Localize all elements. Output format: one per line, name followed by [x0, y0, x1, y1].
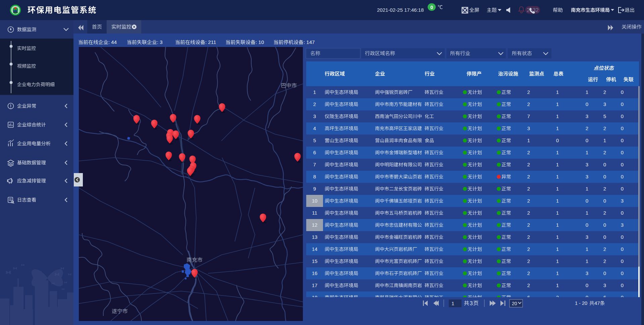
svg-text:0: 0: [621, 89, 624, 95]
svg-text:1: 1: [556, 125, 559, 131]
svg-text:0: 0: [621, 125, 624, 131]
svg-text:2: 2: [527, 198, 530, 204]
svg-text:0: 0: [621, 258, 624, 264]
svg-text:1: 1: [556, 150, 559, 155]
svg-text:1: 1: [586, 89, 588, 95]
svg-text:2: 2: [603, 89, 606, 95]
svg-text:3: 3: [586, 270, 588, 276]
svg-text:3: 3: [586, 234, 588, 240]
svg-text:2: 2: [313, 101, 316, 107]
svg-text:3: 3: [603, 101, 606, 107]
svg-text:2: 2: [603, 258, 606, 264]
svg-text:3: 3: [527, 125, 530, 131]
svg-text:2: 2: [603, 210, 606, 216]
svg-text:1: 1: [313, 89, 316, 95]
svg-text:0: 0: [621, 174, 624, 179]
svg-text:20: 20: [512, 301, 517, 306]
svg-text:2: 2: [527, 174, 530, 179]
svg-text:16: 16: [312, 270, 318, 276]
svg-text:2: 2: [527, 222, 530, 228]
svg-text:2: 2: [527, 162, 530, 167]
svg-text:0: 0: [586, 101, 588, 107]
svg-text:1: 1: [556, 234, 559, 240]
svg-text:6: 6: [313, 150, 316, 155]
svg-text:0: 0: [603, 270, 606, 276]
svg-text:7: 7: [313, 162, 316, 167]
svg-text:10: 10: [312, 198, 318, 204]
svg-text:17: 17: [312, 282, 318, 288]
svg-text:1: 1: [603, 138, 606, 143]
svg-text:: 44: : 44: [108, 39, 117, 45]
svg-text:0: 0: [586, 138, 588, 143]
svg-text:1: 1: [556, 101, 559, 107]
svg-text:2: 2: [527, 234, 530, 240]
svg-text:0: 0: [621, 138, 624, 143]
svg-text:1: 1: [556, 174, 559, 179]
svg-text:1: 1: [556, 246, 559, 252]
svg-text:8: 8: [313, 174, 316, 179]
svg-text:5: 5: [313, 138, 316, 143]
svg-text:0: 0: [621, 282, 624, 288]
svg-text:1: 1: [586, 186, 588, 192]
svg-text:0: 0: [586, 222, 588, 228]
svg-text:12: 12: [312, 222, 318, 228]
svg-text:3: 3: [621, 222, 624, 228]
svg-text:3: 3: [313, 113, 316, 119]
svg-text:13: 13: [312, 234, 318, 240]
svg-text:0: 0: [621, 186, 624, 192]
svg-text:: 10: : 10: [256, 39, 264, 45]
svg-text:1: 1: [586, 150, 588, 155]
svg-text:0: 0: [621, 162, 624, 167]
svg-text:1: 1: [451, 301, 454, 306]
svg-text:3: 3: [621, 198, 624, 204]
svg-text:0: 0: [603, 222, 606, 228]
svg-text:2: 2: [527, 89, 530, 95]
svg-text:3: 3: [586, 162, 588, 167]
svg-text:1: 1: [586, 210, 588, 216]
svg-text:4: 4: [313, 125, 316, 131]
svg-text:0: 0: [621, 246, 624, 252]
svg-text:2: 2: [527, 101, 530, 107]
svg-text:5: 5: [603, 113, 606, 119]
svg-text:3: 3: [586, 113, 588, 119]
svg-text:1: 1: [586, 246, 588, 252]
svg-text:0: 0: [603, 198, 606, 204]
svg-text:1: 1: [556, 89, 559, 95]
svg-text:1: 1: [556, 162, 559, 167]
svg-text:2: 2: [603, 150, 606, 155]
svg-text:3: 3: [470, 301, 473, 306]
svg-text:: 147: : 147: [304, 39, 315, 45]
svg-text:0: 0: [621, 150, 624, 155]
svg-text:2: 2: [527, 258, 530, 264]
svg-text:11: 11: [312, 210, 317, 216]
svg-text:0: 0: [586, 282, 588, 288]
svg-text:1 - 20: 1 - 20: [575, 301, 587, 306]
svg-text:0: 0: [621, 101, 624, 107]
svg-text:1: 1: [556, 258, 559, 264]
svg-text:2: 2: [527, 150, 530, 155]
svg-text:1: 1: [586, 258, 588, 264]
svg-text:2: 2: [527, 210, 530, 216]
svg-text:1: 1: [556, 186, 559, 192]
svg-text:0: 0: [556, 138, 559, 143]
svg-text:3: 3: [603, 282, 606, 288]
svg-text:0: 0: [621, 234, 624, 240]
svg-text:1: 1: [556, 282, 559, 288]
svg-text:1: 1: [527, 138, 530, 143]
svg-text:1: 1: [556, 222, 559, 228]
svg-text:2: 2: [603, 125, 606, 131]
svg-text:3: 3: [586, 174, 588, 179]
svg-text:9: 9: [313, 186, 316, 192]
svg-text:: 3: : 3: [157, 39, 163, 45]
svg-text:14: 14: [312, 246, 318, 252]
svg-text:0: 0: [603, 174, 606, 179]
svg-text:2: 2: [527, 270, 530, 276]
svg-text:2: 2: [603, 246, 606, 252]
svg-text:15: 15: [312, 258, 318, 264]
svg-text:2: 2: [527, 186, 530, 192]
svg-text:0: 0: [621, 270, 624, 276]
svg-text:2: 2: [527, 246, 530, 252]
svg-text:7: 7: [527, 113, 530, 119]
svg-text:0: 0: [603, 234, 606, 240]
svg-text:1: 1: [556, 113, 559, 119]
